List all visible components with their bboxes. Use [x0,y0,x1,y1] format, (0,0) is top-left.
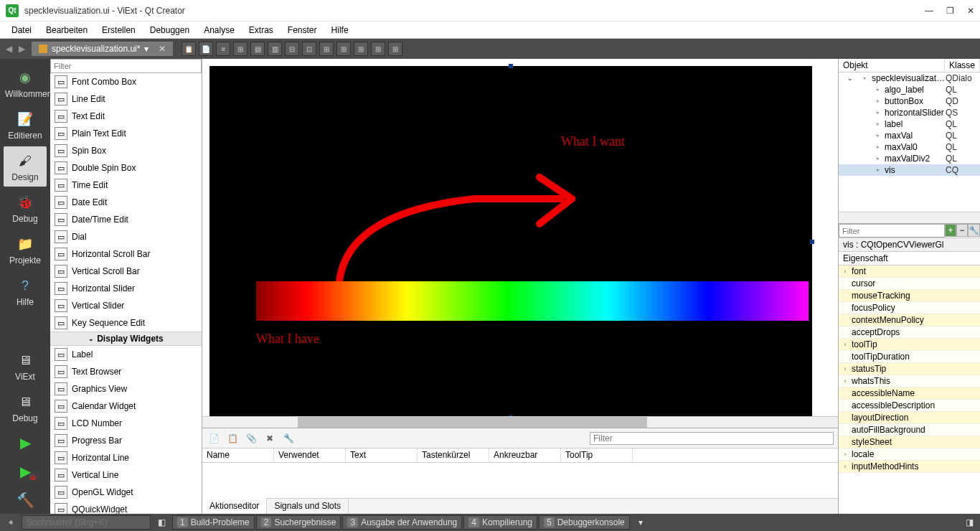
config-action-icon[interactable]: 🔧 [281,431,296,446]
output-pane-button[interactable]: 5Debuggerkonsole [539,515,630,530]
object-row[interactable]: ▫horizontalSliderQS [839,107,980,118]
toolbar-btn-0[interactable]: 📋 [182,42,196,56]
tab-signals-slots[interactable]: Signals und Slots [267,499,349,514]
toolbar-btn-4[interactable]: ▤ [250,42,265,56]
action-table-body[interactable] [202,463,838,498]
toolbar-btn-6[interactable]: ⊟ [285,42,299,56]
toolbar-btn-2[interactable]: ≡ [216,42,230,56]
widget-item[interactable]: ▭Calendar Widget [50,398,202,415]
widget-category[interactable]: ⌄Display Widgets [50,332,202,346]
widget-item[interactable]: ▭Time Edit [50,177,202,194]
object-row[interactable]: ▫maxVal0QL [839,141,980,153]
object-row[interactable]: ▫labelQL [839,118,980,130]
widget-item[interactable]: ▭Double Spin Box [50,159,202,177]
widget-item[interactable]: ▭Plain Text Edit [50,125,202,142]
output-pane-button[interactable]: 3Ausgabe der Anwendung [342,515,462,530]
build-button[interactable]: 🔨 [11,489,39,511]
split-icon[interactable]: ▾ [144,44,149,54]
delete-action-icon[interactable]: ✖ [263,431,277,446]
action-col[interactable]: ToolTip [561,448,633,462]
resize-handle[interactable] [810,240,814,244]
nav-fwd-icon[interactable]: ▶ [16,43,27,55]
object-row[interactable]: ▫buttonBoxQD [839,95,980,107]
config-property-icon[interactable]: 🔧 [968,224,980,237]
form-canvas-viewport[interactable]: What I want What I have [202,59,838,416]
object-row[interactable]: ▫algo_labelQL [839,84,980,95]
property-row[interactable]: layoutDirection [839,412,980,424]
file-tab[interactable]: specklevisualization.ui* ▾ ✕ [32,42,173,56]
expand-icon[interactable]: › [840,268,850,275]
locator-input[interactable] [22,515,151,530]
resize-handle[interactable] [509,64,513,68]
property-filter-input[interactable] [839,224,945,238]
property-row[interactable]: cursor [839,278,980,290]
debug-run-button[interactable]: ▶🐞 [11,461,39,482]
action-filter-input[interactable] [590,432,834,445]
widget-filter-input[interactable] [54,60,198,72]
toolbar-btn-12[interactable]: ⊞ [388,42,402,56]
widget-item[interactable]: ▭QQuickWidget [50,501,202,514]
toolbar-btn-9[interactable]: ⊞ [336,42,351,56]
widget-item[interactable]: ▭LCD Number [50,415,202,432]
mode-debug[interactable]: 🐞Debug [4,188,47,228]
expand-icon[interactable]: › [840,365,850,372]
property-row[interactable]: focusPolicy [839,302,980,314]
menu-bearbeiten[interactable]: Bearbeiten [40,24,93,37]
toolbar-btn-11[interactable]: ⊞ [371,42,385,56]
widget-item[interactable]: ▭Label [50,346,202,363]
toolbar-btn-10[interactable]: ⊞ [354,42,368,56]
form-canvas[interactable]: What I want What I have [209,66,812,416]
close-pane-icon[interactable]: ◨ [963,516,976,529]
menu-analyse[interactable]: Analyse [198,24,240,37]
toolbar-btn-7[interactable]: ⊡ [302,42,316,56]
menu-datei[interactable]: Datei [6,24,37,37]
add-property-icon[interactable]: + [945,224,956,237]
output-pane-button[interactable]: 1Build-Probleme [172,515,255,530]
object-row[interactable]: ⌄▫specklevisualizationQDialo [839,72,980,84]
objtree-hscroll[interactable] [839,212,980,223]
widget-item[interactable]: ▭Vertical Line [50,466,202,484]
widget-item[interactable]: ▭Font Combo Box [50,73,202,90]
remove-property-icon[interactable]: − [956,224,968,237]
object-row[interactable]: ▫maxValDiv2QL [839,153,980,164]
tab-close-icon[interactable]: ✕ [159,44,166,54]
widget-item[interactable]: ▭Spin Box [50,142,202,159]
action-col[interactable]: Verwendet [274,448,346,462]
object-row[interactable]: ▫maxValQL [839,130,980,141]
widget-item[interactable]: ▭Key Sequence Edit [50,314,202,332]
expand-icon[interactable]: › [840,451,850,458]
expand-icon[interactable]: ⌄ [845,73,855,83]
locate-icon[interactable]: ⌖ [4,516,17,529]
widget-item[interactable]: ▭Text Edit [50,108,202,125]
objtree-col-class[interactable]: Klasse [945,59,980,72]
action-col[interactable]: Ankreuzbar [489,448,561,462]
widget-item[interactable]: ▭Horizontal Line [50,449,202,466]
mode-projects[interactable]: 📁Projekte [4,230,47,270]
run-button[interactable]: ▶ [11,432,39,454]
menu-fenster[interactable]: Fenster [282,24,323,37]
widget-item[interactable]: ▭Vertical Slider [50,297,202,314]
property-row[interactable]: styleSheet [839,436,980,448]
action-col[interactable]: Text [346,448,418,462]
expand-icon[interactable]: › [840,377,850,385]
toolbar-btn-8[interactable]: ⊞ [319,42,334,56]
property-row[interactable]: ›statusTip [839,363,980,375]
widget-item[interactable]: ▭Dial [50,228,202,245]
horizontal-scrollbar[interactable] [202,416,838,428]
output-pane-button[interactable]: 4Kompilierung [463,515,537,530]
menu-extras[interactable]: Extras [243,24,279,37]
property-row[interactable]: acceptDrops [839,326,980,339]
property-row[interactable]: ›locale [839,448,980,461]
expand-icon[interactable]: › [840,341,850,348]
action-col[interactable]: Tastenkürzel [418,448,489,462]
widget-item[interactable]: ▭OpenGL Widget [50,484,202,501]
copy-action-icon[interactable]: 📋 [225,431,240,446]
maximize-button[interactable]: ❐ [946,6,954,16]
output-pane-button[interactable]: 2Suchergebnisse [256,515,341,530]
toolbar-btn-5[interactable]: ▥ [268,42,282,56]
toolbar-btn-1[interactable]: 📄 [199,42,213,56]
action-col[interactable]: Name [202,448,274,462]
property-row[interactable]: contextMenuPolicy [839,314,980,326]
property-row[interactable]: autoFillBackground [839,424,980,436]
toggle-sidebar-icon[interactable]: ◧ [155,516,168,529]
